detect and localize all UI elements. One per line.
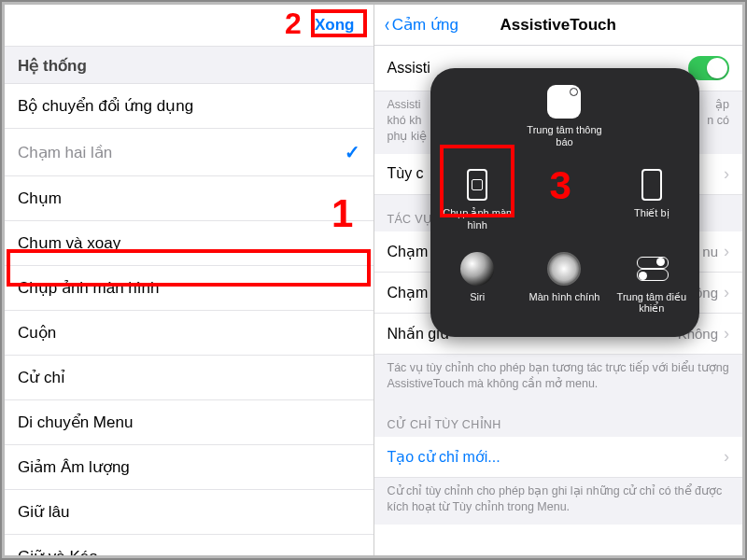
chevron-right-icon: › [724,164,729,184]
list-item-label: Chụp ảnh màn hình [18,278,159,298]
at-cell-home[interactable]: Màn hình chính [521,245,608,328]
list-item-screenshot[interactable]: Chụp ảnh màn hình [5,266,374,311]
list-item-label: Cử chỉ [18,368,65,387]
at-label: Trung tâm điều khiển [613,291,691,315]
at-cell-empty [521,161,608,244]
right-header: ‹ Cảm ứng AssistiveTouch [374,5,743,46]
list-item[interactable]: Di chuyển Menu [5,400,374,445]
list-item-label: Giữ và Kéo [18,547,98,555]
list-item[interactable]: Chụm [5,176,374,221]
list-item[interactable]: Giữ lâu [5,490,374,535]
row-value: nu [702,244,718,259]
row-label: Chạm [388,243,429,260]
back-label: Cảm ứng [392,15,458,35]
home-icon [545,250,583,287]
assistivetouch-panel: Trung tâm thông báo Chụp ảnh màn hình Th… [430,68,699,337]
done-button[interactable]: Xong [309,14,360,36]
chevron-right-icon: › [724,283,729,302]
siri-icon [458,250,496,287]
list-item[interactable]: Giữ và Kéo [5,535,374,555]
at-cell-device[interactable]: Thiết bị [608,161,695,244]
footer-text: Assisti [388,98,421,111]
at-label: Thiết bị [634,207,669,219]
left-header: Xong [5,5,374,46]
at-label: Trung tâm thông báo [525,124,603,147]
at-cell-notification-center[interactable]: Trung tâm thông báo [521,77,608,161]
at-cell-screenshot[interactable]: Chụp ảnh màn hình [434,161,521,244]
custom-gestures-footer: Cử chỉ tùy chỉnh cho phép bạn ghi lại nh… [374,478,743,525]
row-label: Tùy c [388,165,424,182]
page-title: AssistiveTouch [500,16,616,35]
device-icon [633,166,670,203]
at-cell-empty [434,77,521,161]
group-title-custom-gestures: CỬ CHỈ TÙY CHỈNH [374,400,743,437]
at-cell-empty [608,77,695,161]
list-item[interactable]: Bộ chuyển đổi ứng dụng [5,84,374,129]
row-label: Tạo cử chỉ mới... [388,448,500,466]
list-item-label: Chụm và xoay [18,233,120,253]
screenshot-icon [458,166,496,203]
list-item[interactable]: Cử chỉ [5,356,374,400]
create-gesture-row[interactable]: Tạo cử chỉ mới... › [374,437,743,478]
footer-text: ập [715,98,729,111]
list-item-label: Giảm Âm lượng [18,457,130,477]
favorites-icon [545,83,583,120]
list-item-label: Cuộn [18,323,56,343]
checkmark-icon: ✓ [345,141,360,163]
list-item-label: Bộ chuyển đổi ứng dụng [18,96,193,116]
section-title-system: Hệ thống [5,46,374,84]
footer-text: khó kh [388,114,422,127]
chevron-right-icon: › [724,447,729,467]
list-item-label: Chạm hai lần [18,143,112,162]
control-center-icon [633,250,670,287]
at-label: Siri [470,291,485,303]
chevron-right-icon: › [724,324,729,343]
back-button[interactable]: ‹ Cảm ứng [384,15,458,35]
footer-text: n có [707,114,729,127]
list-item-label: Di chuyển Menu [18,413,133,432]
at-label: Màn hình chính [529,291,600,303]
actions-footer: Tác vụ tùy chỉnh cho phép bạn tương tác … [374,355,743,401]
at-cell-siri[interactable]: Siri [434,245,521,328]
chevron-right-icon: › [724,242,729,261]
at-cell-control-center[interactable]: Trung tâm điều khiển [608,245,695,328]
row-label: Assisti [388,60,430,77]
left-pane: Xong Hệ thống Bộ chuyển đổi ứng dụng Chạ… [5,5,374,555]
list-item-label: Chụm [18,189,62,208]
list-item[interactable]: Chạm hai lần ✓ [5,129,374,176]
at-label: Chụp ảnh màn hình [438,207,516,231]
chevron-left-icon: ‹ [385,15,389,35]
left-action-list: Bộ chuyển đổi ứng dụng Chạm hai lần ✓ Ch… [5,84,374,555]
list-item[interactable]: Giảm Âm lượng [5,445,374,490]
right-pane: ‹ Cảm ứng AssistiveTouch Assisti Assisti… [374,5,743,555]
footer-text: phụ kiệ [388,130,427,143]
list-item[interactable]: Chụm và xoay [5,221,374,266]
list-item-label: Giữ lâu [18,502,69,522]
list-item[interactable]: Cuộn [5,311,374,356]
